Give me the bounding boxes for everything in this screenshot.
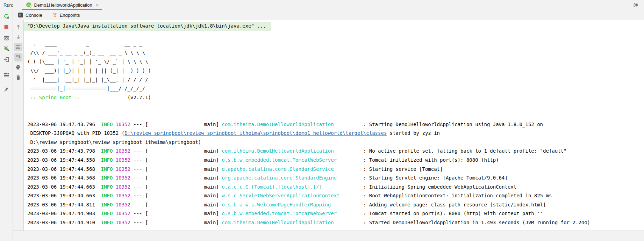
log-segment: D:\review_springboot\review_springboot_i… — [27, 139, 201, 145]
console-line: . ____ _ __ _ _ — [24, 39, 644, 49]
log-segment: o.s.b.a.w.s.WelcomePageHandlerMapping — [222, 202, 363, 207]
log-segment: 10352 — [113, 148, 130, 154]
log-segment: o.s.b.w.embedded.tomcat.TomcatWebServer — [222, 157, 363, 163]
up-icon[interactable] — [14, 23, 22, 31]
scroll-to-end-icon[interactable] — [14, 53, 22, 61]
log-line: 2023-03-06 19:47:44.558 INFO 10352 --- [… — [24, 156, 644, 165]
log-segment: (v2.7.1) — [80, 95, 151, 100]
log-segment: --- [ main] — [130, 184, 222, 190]
run-config-tab[interactable]: Demo1HelloworldApplication × — [22, 0, 102, 10]
log-segment: INFO — [101, 193, 113, 198]
run-header-bar: Run: Demo1HelloworldApplication × — [0, 0, 644, 10]
pin-icon[interactable] — [2, 85, 10, 94]
close-icon[interactable]: × — [96, 2, 99, 8]
log-segment: "D:\Develop Java\Java installation softw… — [27, 23, 266, 29]
log-segment: : Initializing Spring embedded WebApplic… — [363, 184, 516, 190]
log-segment: 10352 — [113, 211, 130, 216]
blank-line — [24, 111, 644, 120]
blank-line — [24, 227, 644, 231]
log-segment: --- [ main] — [130, 157, 222, 163]
log-segment: : Root WebApplicationContext: initializa… — [363, 193, 552, 198]
log-segment: : Starting Demo1HelloworldApplication us… — [363, 122, 543, 127]
log-segment: com.itheima.Demo1HelloworldApplication — [222, 220, 363, 225]
log-segment: ' |____| .__|_| |_|_| |_\__, | / / / / — [27, 77, 148, 82]
run-label: Run: — [3, 2, 13, 8]
log-segment: INFO — [101, 157, 113, 163]
log-segment: --- [ main] — [130, 175, 222, 181]
console-panel: Console Endpoints — [13, 10, 644, 241]
log-segment: INFO — [101, 122, 113, 127]
console-line: "D:\Develop Java\Java installation softw… — [24, 22, 271, 31]
log-segment: --- [ main] — [130, 193, 222, 198]
console-line: =========|_|==============|___/=/_/_/_/ — [24, 84, 644, 93]
log-segment: o.apache.catalina.core.StandardService — [222, 166, 363, 172]
view-tabbar: Console Endpoints — [13, 10, 644, 20]
log-segment: org.apache.catalina.core.StandardEngine — [222, 175, 363, 181]
gear-icon[interactable] — [632, 2, 639, 8]
tab-endpoints-label: Endpoints — [60, 13, 80, 18]
endpoints-icon — [52, 12, 58, 18]
log-segment: 2023-03-06 19:47:44.811 — [27, 202, 101, 207]
log-segment: INFO — [101, 148, 113, 154]
exit-icon[interactable] — [2, 55, 10, 64]
log-line: 2023-03-06 19:47:44.663 INFO 10352 --- [… — [24, 191, 644, 200]
log-segment: INFO — [101, 202, 113, 207]
tab-console[interactable]: Console — [18, 10, 42, 20]
log-line: 2023-03-06 19:47:44.663 INFO 10352 --- [… — [24, 183, 644, 192]
log-segment: com.itheima.Demo1HelloworldApplication — [222, 122, 363, 127]
log-segment: INFO — [101, 220, 113, 225]
log-segment: --- [ main] — [130, 166, 222, 172]
log-segment: w.s.c.ServletWebServerApplicationContext — [222, 193, 363, 198]
run-tool-window: Run: Demo1HelloworldApplication × — [0, 0, 644, 241]
clear-icon[interactable] — [14, 73, 22, 82]
console-line: \\/ ___)| |_)| | | | | || (_| | ) ) ) ) — [24, 66, 644, 75]
console-line: DESKTOP-3J0PQAQ with PID 10352 (D:\revie… — [24, 129, 644, 138]
log-segment: INFO — [101, 184, 113, 190]
camera-icon[interactable] — [2, 34, 10, 42]
soft-wrap-icon[interactable] — [14, 43, 22, 51]
log-segment: INFO — [101, 211, 113, 216]
spring-boot-run-icon — [26, 2, 32, 8]
log-segment: 10352 — [113, 220, 130, 225]
attach-debugger-icon[interactable] — [2, 44, 10, 53]
console-line: D:\review_springboot\review_springboot_i… — [24, 138, 644, 147]
console-line: :: Spring Boot :: (v2.7.1) — [24, 93, 644, 102]
log-line: 2023-03-06 19:47:43.796 INFO 10352 --- [… — [24, 120, 644, 129]
toolbar-divider — [2, 67, 10, 67]
log-segment: INFO — [101, 166, 113, 172]
layout-icon[interactable] — [2, 70, 10, 79]
log-segment: ( ( )\___ | '_ | '_| | '_ \/ _` | \ \ \ … — [27, 59, 148, 64]
log-segment: 2023-03-06 19:47:43.798 — [27, 148, 101, 154]
log-segment: 10352 — [113, 166, 130, 172]
file-link[interactable]: D:\review_springboot\review_springboot_i… — [124, 130, 387, 136]
tab-console-label: Console — [26, 13, 42, 18]
console-line: ' |____| .__|_| |_|_| |_\__, | / / / / — [24, 75, 644, 85]
log-segment: : Starting service [Tomcat] — [363, 166, 443, 172]
run-config-title: Demo1HelloworldApplication — [34, 2, 92, 8]
blank-line — [24, 102, 644, 111]
tab-endpoints[interactable]: Endpoints — [52, 10, 80, 20]
log-segment: --- [ main] — [130, 202, 222, 207]
down-icon[interactable] — [14, 33, 22, 41]
toolbar-divider — [2, 82, 10, 82]
log-segment: 2023-03-06 19:47:44.568 — [27, 175, 101, 181]
print-icon[interactable] — [14, 63, 22, 72]
log-segment: =========|_|==============|___/=/_/_/_/ — [27, 86, 145, 91]
rerun-icon[interactable] — [2, 12, 10, 20]
log-segment: INFO — [101, 175, 113, 181]
log-segment: : Starting Servlet engine: [Apache Tomca… — [363, 175, 508, 181]
log-segment: 2023-03-06 19:47:44.903 — [27, 211, 101, 216]
stop-icon[interactable] — [2, 23, 10, 31]
log-segment: 2023-03-06 19:47:44.558 — [27, 157, 101, 163]
log-segment: 2023-03-06 19:47:43.796 — [27, 122, 101, 127]
console-line: ( ( )\___ | '_ | '_| | '_ \/ _` | \ \ \ … — [24, 57, 644, 66]
console-output[interactable]: "D:\Develop Java\Java installation softw… — [24, 20, 644, 231]
log-segment: started by zyz in — [387, 130, 440, 136]
console-toolbar — [13, 20, 24, 231]
log-segment: 2023-03-06 19:47:44.663 — [27, 184, 101, 190]
run-toolbar — [0, 10, 13, 241]
log-segment: --- [ main] — [130, 122, 222, 127]
console-icon — [18, 12, 23, 18]
log-segment: --- [ main] — [130, 148, 222, 154]
log-segment: --- [ main] — [130, 220, 222, 225]
